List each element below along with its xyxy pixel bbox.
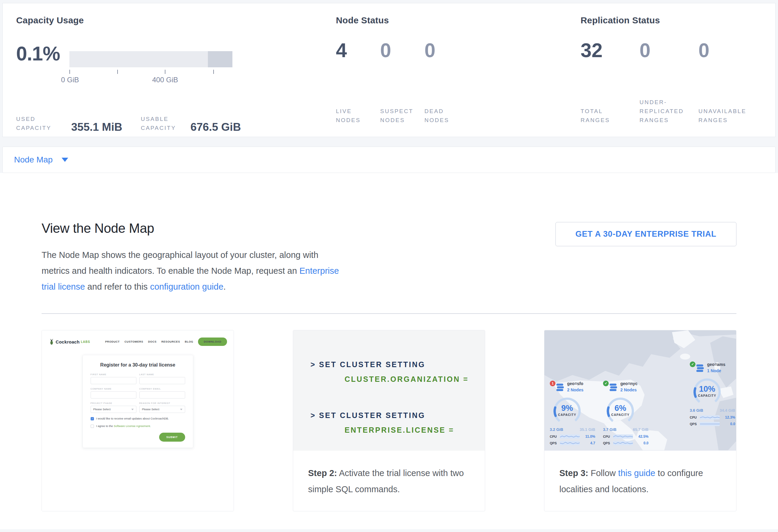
- node-stack-icon: [696, 365, 704, 373]
- section-divider: [42, 313, 736, 314]
- configuration-guide-link[interactable]: configuration guide: [150, 282, 223, 291]
- this-guide-link[interactable]: this guide: [618, 468, 655, 478]
- svg-text:CAPACITY: CAPACITY: [558, 413, 576, 416]
- under-replicated-ranges-stat: 0 UNDER- REPLICATED RANGES: [639, 41, 698, 125]
- axis-tick: [117, 70, 118, 74]
- suspect-nodes-value: 0: [380, 41, 424, 60]
- sql-commands-preview: > SET CLUSTER SETTING CLUSTER.ORGANIZATI…: [293, 330, 485, 451]
- dead-nodes-label: DEAD NODES: [424, 107, 469, 125]
- mini-company-name-field: COMPANY NAME: [91, 387, 136, 398]
- capacity-used: 3.2 GiB: [550, 427, 563, 432]
- qps-value: 4.7: [590, 441, 595, 445]
- qps-sparkline: [700, 422, 720, 426]
- capacity-axis: 0 GiB 400 GiB: [69, 67, 232, 86]
- get-enterprise-trial-button[interactable]: GET A 30-DAY ENTERPRISE TRIAL: [555, 222, 736, 246]
- node-stack-icon: [610, 384, 617, 392]
- replication-status-section: Replication Status 32 TOTAL RANGES 0 UND…: [580, 3, 775, 137]
- qps-value: 0.0: [730, 422, 735, 426]
- mini-nav-docs: DOCS: [148, 340, 156, 343]
- axis-tick: [213, 70, 214, 74]
- locality-node-count: 2 Nodes: [567, 387, 583, 392]
- cpu-value: 12.3%: [725, 415, 735, 420]
- axis-tick: [69, 70, 70, 74]
- step2-caption: Step 2: Activate the trial license with …: [293, 451, 485, 511]
- live-nodes-stat: 4 LIVE NODES: [336, 41, 380, 125]
- chevron-down-icon[interactable]: [62, 158, 68, 162]
- cpu-sparkline: [613, 435, 633, 439]
- dead-nodes-value: 0: [424, 41, 469, 60]
- live-nodes-value: 4: [336, 41, 380, 60]
- error-badge-icon: 1: [550, 381, 555, 386]
- mini-license-agree-checkbox: I agree to the Software License Agreemen…: [91, 424, 185, 428]
- replication-status-title: Replication Status: [580, 15, 775, 25]
- mini-email-updates-checkbox: I would like to receive email updates ab…: [91, 417, 185, 421]
- mini-project-phase-select: PROJECT PHASE Please Select: [91, 402, 136, 413]
- cockroach-bug-icon: [49, 339, 54, 345]
- locality-name: geo=nyc: [620, 381, 637, 386]
- cpu-value: 42.5%: [638, 435, 648, 439]
- total-ranges-stat: 32 TOTAL RANGES: [580, 41, 639, 125]
- total-ranges-label: TOTAL RANGES: [580, 107, 639, 125]
- qps-value: 0.0: [643, 441, 648, 445]
- capacity-used: 3.6 GiB: [690, 408, 703, 412]
- svg-text:10%: 10%: [699, 384, 715, 393]
- capacity-bar-usable-segment: [69, 51, 208, 67]
- map-node-group-ams: ✓ geo=ams 1 Node 10% CAPACITY: [690, 362, 735, 430]
- map-node-group-sfo: 1 geo=sfo 2 Nodes 9% CAPACITY: [550, 381, 595, 449]
- mini-first-name-field: FIRST NAME: [91, 373, 136, 384]
- capacity-bar-chart: 0 GiB 400 GiB: [69, 51, 232, 86]
- mini-nav-blog: BLOG: [185, 340, 193, 343]
- usable-capacity-label: USABLE CAPACITY: [141, 115, 186, 133]
- locality-name: geo=ams: [707, 362, 725, 367]
- nodemap-preview: 1 geo=sfo 2 Nodes 9% CAPACITY: [544, 330, 736, 451]
- capacity-total: 65.7 GiB: [633, 427, 648, 432]
- checkbox-checked-icon: [91, 417, 94, 421]
- nodemap-view-dropdown[interactable]: Node Map: [2, 147, 776, 173]
- cpu-value: 11.0%: [586, 435, 595, 439]
- svg-text:CAPACITY: CAPACITY: [611, 413, 630, 416]
- used-capacity-label: USED CAPACITY: [16, 115, 66, 133]
- mini-download-button: DOWNLOAD: [198, 337, 227, 346]
- cpu-sparkline: [700, 415, 720, 420]
- capacity-gauge: 9% CAPACITY: [552, 396, 582, 426]
- node-stack-icon: [556, 384, 564, 392]
- capacity-bar: [69, 51, 232, 67]
- qps-sparkline: [613, 441, 633, 445]
- axis-tick: [165, 70, 165, 74]
- healthy-badge-icon: ✓: [603, 381, 609, 386]
- suspect-nodes-stat: 0 SUSPECT NODES: [380, 41, 424, 125]
- page-title: View the Node Map: [42, 221, 339, 236]
- mini-site-nav: PRODUCT CUSTOMERS DOCS RESOURCES BLOG DO…: [105, 337, 227, 346]
- capacity-gauge: 6% CAPACITY: [605, 396, 635, 426]
- mini-nav-product: PRODUCT: [105, 340, 120, 343]
- cockroach-labs-logo: Cockroach LABS: [49, 339, 90, 345]
- trial-license-signup-preview: Cockroach LABS PRODUCT CUSTOMERS DOCS RE…: [42, 330, 234, 511]
- nodemap-intro-section: View the Node Map The Node Map shows the…: [0, 173, 778, 529]
- total-ranges-value: 32: [580, 41, 639, 60]
- axis-tick-label: 0 GiB: [61, 76, 79, 84]
- usable-capacity-value: 676.5 GiB: [190, 121, 241, 134]
- node-status-section: Node Status 4 LIVE NODES 0 SUSPECT NODES…: [335, 3, 580, 137]
- capacity-usage-section: Capacity Usage 0.1% 0 GiB 400 GiB: [3, 3, 335, 137]
- capacity-total: 34.4 GiB: [720, 408, 735, 412]
- unavailable-ranges-value: 0: [698, 41, 757, 60]
- under-replicated-ranges-label: UNDER- REPLICATED RANGES: [639, 98, 698, 125]
- mini-last-name-field: LAST NAME: [139, 373, 185, 384]
- capacity-total: 35.1 GiB: [580, 427, 595, 432]
- node-status-title: Node Status: [336, 15, 580, 25]
- mini-form-title: Register for a 30-day trial license: [91, 362, 185, 368]
- healthy-badge-icon: ✓: [690, 362, 695, 367]
- step2-card: > SET CLUSTER SETTING CLUSTER.ORGANIZATI…: [293, 330, 485, 511]
- locality-name: geo=sfo: [567, 381, 583, 386]
- used-capacity-value: 355.1 MiB: [71, 121, 122, 134]
- suspect-nodes-label: SUSPECT NODES: [380, 107, 424, 125]
- step3-caption: Step 3: Follow this guide to configure l…: [544, 451, 736, 511]
- mini-submit-button: SUBMIT: [159, 433, 185, 442]
- nodemap-dropdown-label[interactable]: Node Map: [14, 155, 53, 165]
- svg-text:9%: 9%: [561, 403, 573, 412]
- mini-company-email-field: COMPANY EMAIL: [139, 387, 185, 398]
- map-node-group-nyc: ✓ geo=nyc 2 Nodes 6% CAPACITY: [603, 381, 648, 449]
- under-replicated-ranges-value: 0: [639, 41, 698, 60]
- qps-sparkline: [560, 441, 580, 445]
- svg-text:CAPACITY: CAPACITY: [698, 394, 716, 397]
